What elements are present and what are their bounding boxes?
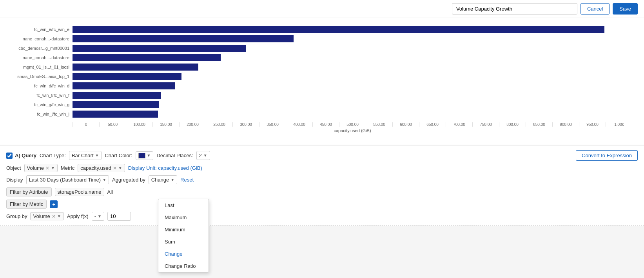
object-tag[interactable]: Volume ✕ ▼	[24, 164, 58, 172]
decimal-places-chevron: ▼	[203, 153, 207, 158]
cancel-button[interactable]: Cancel	[581, 3, 610, 15]
metric-label: Metric	[61, 165, 74, 171]
metric-remove-icon[interactable]: ✕	[113, 165, 117, 171]
apply-direction-select[interactable]: - ▼	[92, 212, 104, 221]
filter-attribute-label: Filter by Attribute	[10, 189, 48, 195]
chart-type-value: Bar Chart	[72, 153, 94, 158]
bar-track	[73, 64, 632, 71]
query-row-3: Display Last 30 Days (Dashboard Time) ▼ …	[6, 175, 638, 184]
chart-color-label: Chart Color:	[105, 153, 132, 158]
query-row-1: A) Query Chart Type: Bar Chart ▼ Chart C…	[6, 150, 638, 161]
chart-type-select[interactable]: Bar Chart ▼	[69, 151, 102, 160]
limit-input[interactable]	[107, 212, 131, 221]
bar-chart: fc_win_e/fc_win_enane_conah...-datastore…	[12, 26, 632, 120]
dropdown-item[interactable]: Last	[158, 199, 209, 211]
x-tick: 300.00	[232, 122, 259, 127]
query-checkbox[interactable]	[6, 153, 13, 159]
bar-label: nane_conah...-datastore	[12, 55, 73, 60]
filter-attr-name-value: storagePools.name	[58, 189, 102, 195]
bar-label: nane_conah...-datastore	[12, 36, 73, 41]
x-tick: 900.00	[552, 122, 579, 127]
chart-title-input[interactable]	[452, 3, 577, 15]
chart-type-chevron: ▼	[95, 153, 99, 158]
bar-row: fc_win_i/fc_win_i	[12, 111, 632, 118]
bar-fill	[73, 111, 158, 118]
display-select[interactable]: Last 30 Days (Dashboard Time) ▼	[26, 175, 109, 184]
x-tick: 500.00	[339, 122, 366, 127]
x-tick: 400.00	[286, 122, 312, 127]
bar-row: cbc_demosr...g_mnt00001	[12, 45, 632, 52]
color-swatch	[138, 153, 145, 158]
apply-direction-chevron: ▼	[98, 214, 102, 218]
object-remove-icon[interactable]: ✕	[45, 165, 49, 171]
x-tick: 750.00	[472, 122, 499, 127]
filter-metric-label: Filter by Metric	[10, 201, 43, 207]
display-label: Display	[6, 177, 23, 183]
object-value: Volume	[27, 165, 44, 171]
color-chevron: ▼	[147, 153, 151, 158]
object-dropdown-icon[interactable]: ▼	[51, 166, 55, 170]
display-value: Last 30 Days (Dashboard Time)	[29, 177, 101, 183]
x-tick: 100.00	[126, 122, 152, 127]
bar-track	[73, 111, 632, 118]
query-row-2: Object Volume ✕ ▼ Metric capacity.used ✕…	[6, 164, 638, 172]
query-row-6: Group by Volume ✕ ▼ Apply f(x) - ▼	[6, 212, 638, 221]
x-axis-label: capacity.used (GiB)	[73, 128, 632, 133]
decimal-places-select[interactable]: 2 ▼	[196, 151, 210, 160]
save-button[interactable]: Save	[613, 3, 638, 15]
bar-label: cbc_demosr...g_mnt00001	[12, 46, 73, 51]
x-tick: 450.00	[312, 122, 339, 127]
bar-fill	[73, 73, 181, 80]
bar-fill	[73, 101, 159, 108]
dropdown-item[interactable]: Maximum	[158, 211, 209, 223]
bar-track	[73, 92, 632, 99]
bar-label: fc_win_i/fc_win_i	[12, 112, 73, 116]
query-label: A) Query	[15, 153, 36, 158]
chart-color-select[interactable]: ▼	[136, 151, 154, 160]
bar-fill	[73, 26, 604, 33]
aggregated-by-dropdown: LastMaximumMinimumSumChangeChange Ratio	[158, 199, 209, 226]
object-label: Object	[6, 165, 21, 171]
metric-dropdown-icon[interactable]: ▼	[118, 166, 122, 170]
x-tick: 200.00	[179, 122, 206, 127]
display-unit-link[interactable]: Display Unit: capacity.used (GiB)	[128, 165, 202, 171]
filter-attribute-box: Filter by Attribute	[6, 187, 52, 196]
query-panel: A) Query Chart Type: Bar Chart ▼ Chart C…	[0, 145, 644, 226]
bar-fill	[73, 64, 198, 71]
add-filter-metric-button[interactable]: +	[50, 200, 58, 208]
reset-link[interactable]: Reset	[180, 177, 194, 183]
bar-row: nane_conah...-datastore	[12, 35, 632, 42]
group-by-remove-icon[interactable]: ✕	[52, 214, 56, 219]
aggregated-by-select[interactable]: Change ▼	[149, 175, 177, 184]
display-chevron: ▼	[102, 178, 106, 182]
convert-to-expression-button[interactable]: Convert to Expression	[576, 150, 638, 161]
filter-attr-name-tag[interactable]: storagePools.name	[55, 188, 104, 196]
bar-fill	[73, 92, 161, 99]
group-by-dropdown-icon[interactable]: ▼	[57, 214, 61, 218]
x-tick: 0	[73, 122, 99, 127]
bar-fill	[73, 45, 246, 52]
x-tick: 850.00	[526, 122, 552, 127]
x-tick: 50.00	[99, 122, 126, 127]
x-tick: 650.00	[419, 122, 446, 127]
bar-track	[73, 45, 632, 52]
bar-row: nane_conah...-datastore	[12, 54, 632, 61]
chart-area: fc_win_e/fc_win_enane_conah...-datastore…	[0, 18, 644, 145]
aggregated-by-chevron: ▼	[171, 178, 174, 182]
x-tick: 550.00	[366, 122, 392, 127]
x-tick: 700.00	[446, 122, 472, 127]
dropdown-item[interactable]: Minimum	[158, 223, 209, 226]
group-by-tag[interactable]: Volume ✕ ▼	[30, 212, 63, 220]
aggregated-by-label: Aggregated by	[112, 177, 145, 183]
group-by-label: Group by	[6, 213, 27, 219]
bar-label: fc_win_g/fc_win_g	[12, 102, 73, 107]
bar-fill	[73, 82, 175, 89]
bar-track	[73, 73, 632, 80]
apply-direction-value: -	[94, 213, 96, 219]
bar-track	[73, 54, 632, 61]
metric-tag[interactable]: capacity.used ✕ ▼	[78, 164, 125, 172]
x-tick: 350.00	[259, 122, 286, 127]
query-row-4: Filter by Attribute storagePools.name Al…	[6, 187, 638, 196]
bar-label: mgmt_01_is...t_01_iscsi	[12, 65, 73, 69]
query-checkbox-label[interactable]: A) Query	[6, 153, 36, 159]
